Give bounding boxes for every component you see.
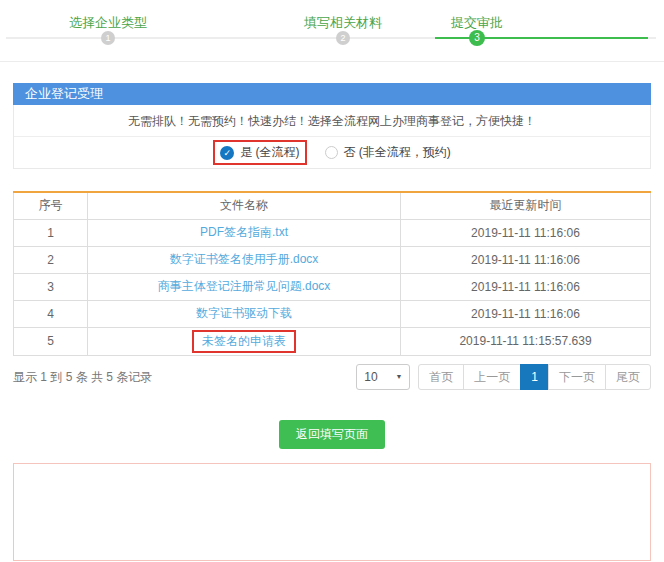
radio-no-option[interactable]: 否 (非全流程，预约): [325, 144, 451, 161]
cell-updated-time: 2019-11-11 11:15:57.639: [401, 327, 651, 355]
file-link[interactable]: 数字证书驱动下载: [196, 306, 292, 320]
cell-file-name: PDF签名指南.txt: [88, 219, 401, 246]
cell-updated-time: 2019-11-11 11:16:06: [401, 219, 651, 246]
cell-updated-time: 2019-11-11 11:16:06: [401, 246, 651, 273]
table-row: 5 未签名的申请表 2019-11-11 11:15:57.639: [14, 327, 651, 355]
radio-checked-icon[interactable]: ✓: [220, 146, 234, 160]
prev-page-button[interactable]: 上一页: [463, 364, 521, 390]
radio-yes-label[interactable]: 是 (全流程): [240, 144, 299, 161]
action-button-row: 返回填写页面: [0, 420, 664, 449]
step-circle-2: 2: [336, 31, 350, 45]
notice-text: 无需排队！无需预约！快速办结！选择全流程网上办理商事登记，方便快捷！: [14, 105, 650, 137]
table-row: 1 PDF签名指南.txt 2019-11-11 11:16:06: [14, 219, 651, 246]
selected-option-highlight-box: ✓ 是 (全流程): [213, 140, 306, 165]
current-page-button[interactable]: 1: [520, 364, 549, 390]
cell-file-name: 未签名的申请表: [88, 327, 401, 355]
registration-acceptance-section: 企业登记受理 无需排队！无需预约！快速办结！选择全流程网上办理商事登记，方便快捷…: [13, 83, 651, 169]
radio-unchecked-icon[interactable]: [325, 146, 338, 159]
section-title: 企业登记受理: [13, 83, 651, 105]
cell-index: 1: [14, 219, 88, 246]
process-type-radio-group: ✓ 是 (全流程) 否 (非全流程，预约): [14, 137, 650, 168]
table-row: 4 数字证书驱动下载 2019-11-11 11:16:06: [14, 300, 651, 327]
documents-table: 序号 文件名称 最近更新时间 1 PDF签名指南.txt 2019-11-11 …: [13, 191, 651, 356]
table-row: 2 数字证书签名使用手册.docx 2019-11-11 11:16:06: [14, 246, 651, 273]
progress-stepper: 选择企业类型 填写相关材料 提交审批 1 2 3: [0, 0, 664, 62]
step-circle-3-active: 3: [469, 30, 485, 46]
file-link[interactable]: 商事主体登记注册常见问题.docx: [158, 279, 331, 293]
header-file-name: 文件名称: [88, 192, 401, 219]
cell-updated-time: 2019-11-11 11:16:06: [401, 300, 651, 327]
radio-no-label[interactable]: 否 (非全流程，预约): [344, 144, 451, 161]
table-header-row: 序号 文件名称 最近更新时间: [14, 192, 651, 219]
file-link[interactable]: 数字证书签名使用手册.docx: [170, 252, 319, 266]
caret-down-icon: ▼: [395, 373, 402, 380]
step-label-fill-materials: 填写相关材料: [304, 14, 382, 32]
header-index: 序号: [14, 192, 88, 219]
cell-index: 4: [14, 300, 88, 327]
cell-index: 3: [14, 273, 88, 300]
cell-file-name: 数字证书签名使用手册.docx: [88, 246, 401, 273]
header-updated-time: 最近更新时间: [401, 192, 651, 219]
records-summary: 显示 1 到 5 条 共 5 条记录: [13, 364, 152, 386]
table-footer: 显示 1 到 5 条 共 5 条记录 10 ▼ 首页 上一页 1 下一页 尾页: [13, 364, 651, 390]
cell-index: 2: [14, 246, 88, 273]
stepper-progress-line: [435, 37, 648, 39]
pagination: 10 ▼ 首页 上一页 1 下一页 尾页: [356, 364, 651, 390]
page-size-select[interactable]: 10 ▼: [356, 364, 410, 390]
cell-file-name: 数字证书驱动下载: [88, 300, 401, 327]
table-row: 3 商事主体登记注册常见问题.docx 2019-11-11 11:16:06: [14, 273, 651, 300]
first-page-button[interactable]: 首页: [418, 364, 464, 390]
step-label-choose-type: 选择企业类型: [69, 14, 147, 32]
pagination-buttons: 首页 上一页 1 下一页 尾页: [418, 364, 651, 390]
cell-updated-time: 2019-11-11 11:16:06: [401, 273, 651, 300]
file-link[interactable]: 未签名的申请表: [192, 330, 296, 353]
requirements-notice-box: [13, 463, 651, 561]
page-size-value: 10: [364, 370, 377, 384]
last-page-button[interactable]: 尾页: [605, 364, 651, 390]
cell-index: 5: [14, 327, 88, 355]
section-body: 无需排队！无需预约！快速办结！选择全流程网上办理商事登记，方便快捷！ ✓ 是 (…: [13, 105, 651, 169]
file-link[interactable]: PDF签名指南.txt: [200, 225, 288, 239]
step-circle-1: 1: [101, 31, 115, 45]
cell-file-name: 商事主体登记注册常见问题.docx: [88, 273, 401, 300]
next-page-button[interactable]: 下一页: [548, 364, 606, 390]
back-to-fill-page-button[interactable]: 返回填写页面: [279, 420, 385, 449]
